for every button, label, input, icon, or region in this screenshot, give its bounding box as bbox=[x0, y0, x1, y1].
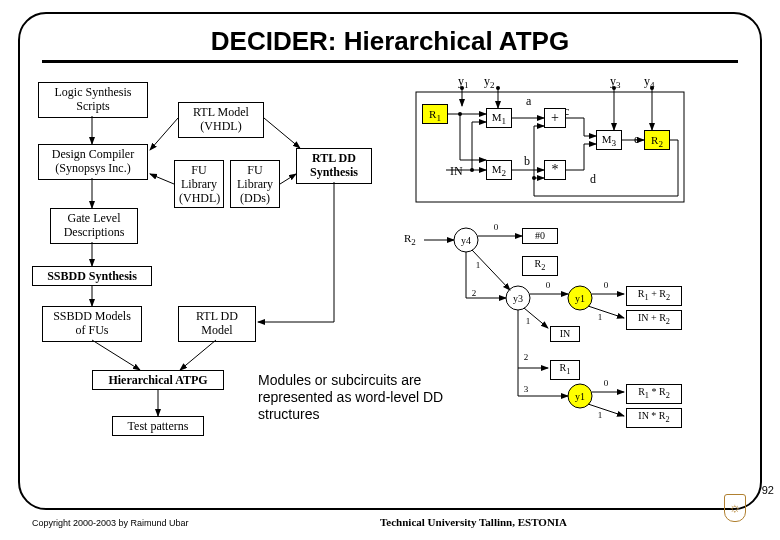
box-hier-atpg: Hierarchical ATPG bbox=[92, 370, 224, 390]
box-design-compiler: Design Compiler(Synopsys Inc.) bbox=[38, 144, 148, 180]
lbl-y1: y1 bbox=[458, 74, 469, 90]
mux-m1: M1 bbox=[486, 108, 512, 128]
box-ssbdd-models: SSBDD Modelsof FUs bbox=[42, 306, 142, 342]
lbl-a: a bbox=[526, 94, 531, 109]
box-fu-lib-vhdl: FULibrary(VHDL) bbox=[174, 160, 224, 208]
leaf-r1: R1 bbox=[550, 360, 580, 380]
copyright: Copyright 2000-2003 by Raimund Ubar bbox=[32, 518, 189, 528]
leaf-r2: R2 bbox=[522, 256, 558, 276]
dd-root-lbl: R2 bbox=[404, 232, 416, 247]
box-logic-synth: Logic SynthesisScripts bbox=[38, 82, 148, 118]
uni-logo-icon: ☼ bbox=[724, 494, 746, 522]
leaf-sum: R1 + R2 bbox=[626, 286, 682, 306]
lbl-y2: y2 bbox=[484, 74, 495, 90]
box-rtl-dd-model: RTL DDModel bbox=[178, 306, 256, 342]
box-fu-lib-dds: FULibrary(DDs) bbox=[230, 160, 280, 208]
box-ssbdd-synth: SSBDD Synthesis bbox=[32, 266, 152, 286]
footer-university: Technical University Tallinn, ESTONIA bbox=[380, 516, 567, 528]
leaf-in-r2: IN + R2 bbox=[626, 310, 682, 330]
lbl-in: IN bbox=[450, 164, 463, 179]
box-gate-level: Gate LevelDescriptions bbox=[50, 208, 138, 244]
leaf-in-mul: IN * R2 bbox=[626, 408, 682, 428]
lbl-y4: y4 bbox=[644, 74, 655, 90]
leaf-mul: R1 * R2 bbox=[626, 384, 682, 404]
reg-r1: R1 bbox=[422, 104, 448, 124]
note-text: Modules or subcircuits are represented a… bbox=[258, 372, 478, 422]
leaf-in: IN bbox=[550, 326, 580, 342]
box-rtl-dd-synth: RTL DDSynthesis bbox=[296, 148, 372, 184]
title-rule bbox=[42, 60, 738, 63]
lbl-b: b bbox=[524, 154, 530, 169]
mux-m2: M2 bbox=[486, 160, 512, 180]
op-mult: * bbox=[544, 160, 566, 180]
page-number: 92 bbox=[762, 484, 774, 496]
leaf-hash0: #0 bbox=[522, 228, 558, 244]
slide-title: DECIDER: Hierarchical ATPG bbox=[0, 26, 780, 57]
lbl-y3: y3 bbox=[610, 74, 621, 90]
op-plus: + bbox=[544, 108, 566, 128]
mux-m3: M3 bbox=[596, 130, 622, 150]
lbl-e: e bbox=[634, 132, 639, 147]
box-test-patterns: Test patterns bbox=[112, 416, 204, 436]
box-rtl-model: RTL Model(VHDL) bbox=[178, 102, 264, 138]
lbl-d: d bbox=[590, 172, 596, 187]
reg-r2: R2 bbox=[644, 130, 670, 150]
